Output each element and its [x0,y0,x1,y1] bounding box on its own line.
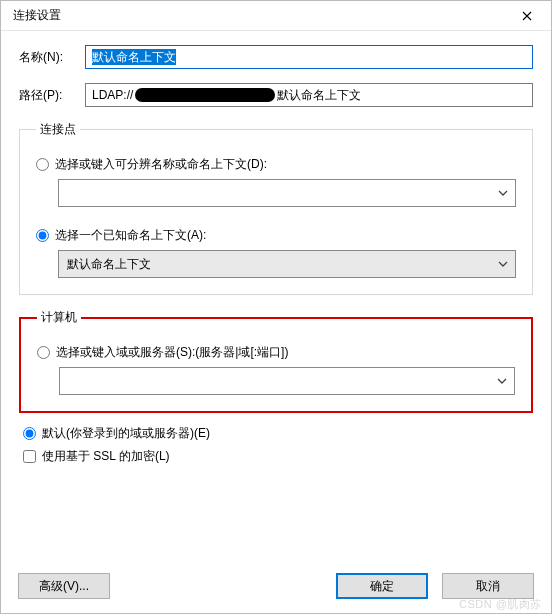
radio-server[interactable] [37,346,50,359]
path-prefix: LDAP:// [92,88,133,102]
name-row: 名称(N): 默认命名上下文 [19,45,533,69]
computer-group: 计算机 选择或键入域或服务器(S):(服务器|域[:端口]) [19,309,533,413]
connection-point-legend: 连接点 [36,121,80,138]
connection-point-group: 连接点 选择或键入可分辨名称或命名上下文(D): 选择一个已知命名上下文(A):… [19,121,533,295]
chevron-down-icon [497,187,509,199]
computer-legend: 计算机 [37,309,81,326]
close-icon [522,11,532,21]
radio-server-label: 选择或键入域或服务器(S):(服务器|域[:端口]) [56,344,288,361]
radio-dn[interactable] [36,158,49,171]
radio-default-label: 默认(你登录到的域或服务器)(E) [42,425,210,442]
button-bar: 高级(V)... 确定 取消 [18,568,534,604]
radio-known-label: 选择一个已知命名上下文(A): [55,227,206,244]
radio-known-option[interactable]: 选择一个已知命名上下文(A): [36,227,516,244]
radio-dn-option[interactable]: 选择或键入可分辨名称或命名上下文(D): [36,156,516,173]
ssl-checkbox[interactable] [23,450,36,463]
dialog-window: 连接设置 名称(N): 默认命名上下文 路径(P): LDAP:// 默认命名上… [0,0,552,614]
ssl-option[interactable]: 使用基于 SSL 的加密(L) [23,448,533,465]
redacted-block [135,88,275,102]
path-display: LDAP:// 默认命名上下文 [85,83,533,107]
advanced-button[interactable]: 高级(V)... [18,573,110,599]
radio-server-option[interactable]: 选择或键入域或服务器(S):(服务器|域[:端口]) [37,344,515,361]
path-suffix: 默认命名上下文 [277,87,361,104]
dn-combo[interactable] [58,179,516,207]
radio-default[interactable] [23,427,36,440]
radio-default-option[interactable]: 默认(你登录到的域或服务器)(E) [23,425,533,442]
known-combo[interactable]: 默认命名上下文 [58,250,516,278]
window-title: 连接设置 [13,7,61,24]
titlebar: 连接设置 [1,1,551,31]
chevron-down-icon [496,375,508,387]
radio-dn-label: 选择或键入可分辨名称或命名上下文(D): [55,156,267,173]
cancel-button[interactable]: 取消 [442,573,534,599]
path-label: 路径(P): [19,87,85,104]
name-input-text: 默认命名上下文 [92,49,176,65]
name-input[interactable]: 默认命名上下文 [85,45,533,69]
ok-button[interactable]: 确定 [336,573,428,599]
path-row: 路径(P): LDAP:// 默认命名上下文 [19,83,533,107]
known-combo-value: 默认命名上下文 [67,256,151,273]
ssl-label: 使用基于 SSL 的加密(L) [42,448,170,465]
server-combo[interactable] [59,367,515,395]
close-button[interactable] [505,2,549,30]
dialog-content: 名称(N): 默认命名上下文 路径(P): LDAP:// 默认命名上下文 连接… [1,31,551,465]
name-label: 名称(N): [19,49,85,66]
radio-known[interactable] [36,229,49,242]
chevron-down-icon [497,258,509,270]
